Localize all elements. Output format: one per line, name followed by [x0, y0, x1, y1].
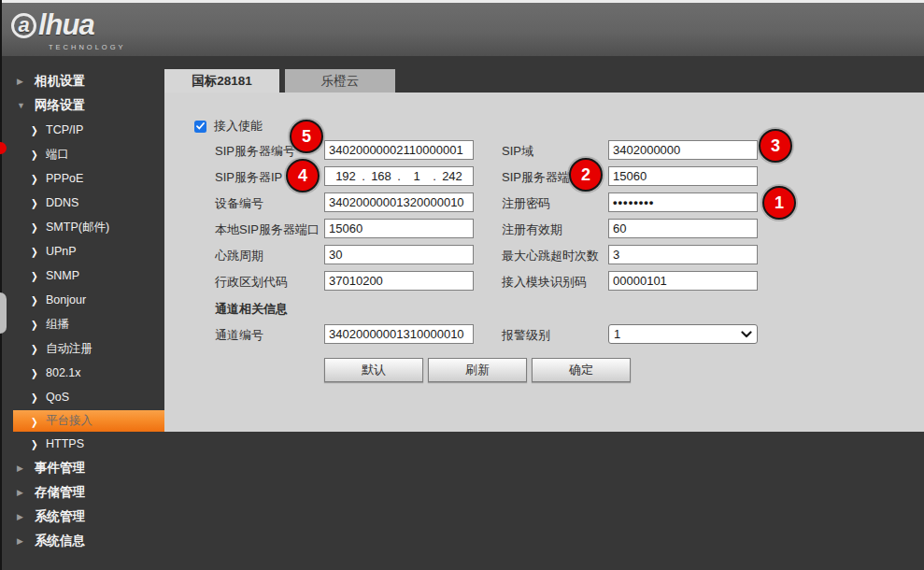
sidebar-collapse-handle[interactable] [0, 292, 7, 334]
access-module-id-label: 接入模块识别码 [502, 274, 587, 291]
ip-octet-1[interactable]: 192 [331, 169, 361, 183]
enable-access-row: 接入使能 [194, 118, 263, 135]
chevron-right-icon: ❯ [31, 367, 39, 378]
sidebar-item-port[interactable]: ❯ 端口 [2, 142, 164, 166]
dahua-logo-text: lhua [38, 8, 94, 42]
tab-lechengyun[interactable]: 乐橙云 [285, 69, 395, 93]
confirm-button[interactable]: 确定 [532, 358, 631, 382]
sidebar-item-label: TCP/IP [46, 123, 83, 136]
sidebar-item-label: 系统管理 [35, 508, 85, 525]
sidebar-item-ddns[interactable]: ❯ DDNS [2, 191, 164, 215]
admin-region-code-input[interactable] [324, 271, 474, 291]
sidebar-item-auto-register[interactable]: ❯ 自动注册 [2, 336, 164, 361]
chevron-right-icon: ❯ [31, 319, 39, 330]
alarm-level-value: 1 [614, 327, 741, 341]
local-sip-port-input[interactable] [324, 219, 474, 238]
sip-server-id-label: SIP服务器编号 [215, 143, 295, 160]
channel-id-input[interactable] [324, 324, 474, 344]
heartbeat-period-input[interactable] [324, 245, 474, 264]
sidebar-item-label: DDNS [46, 196, 78, 209]
sidebar-item-label: 相机设置 [35, 73, 85, 90]
sidebar-item-system-management[interactable]: ▶ 系统管理 [2, 505, 164, 529]
sidebar-item-storage-management[interactable]: ▶ 存储管理 [2, 480, 164, 505]
alarm-level-select[interactable]: 1 [608, 324, 758, 344]
register-validity-input[interactable] [608, 219, 758, 238]
sip-domain-input[interactable] [608, 140, 758, 160]
chevron-right-icon: ❯ [31, 294, 39, 306]
sidebar-item-label: 自动注册 [46, 341, 92, 357]
default-button[interactable]: 默认 [324, 358, 423, 382]
sidebar-item-label: 网络设置 [35, 97, 85, 114]
enable-access-checkbox[interactable] [194, 121, 206, 133]
sidebar-item-platform-access[interactable]: ❯ 平台接入 [13, 410, 164, 432]
device-id-input[interactable] [324, 192, 474, 212]
window-left-edge [0, 0, 2, 570]
sidebar-item-label: Bonjour [46, 293, 86, 306]
sip-server-port-input[interactable] [608, 166, 758, 186]
chevron-right-icon: ❯ [31, 416, 39, 427]
sidebar-item-snmp[interactable]: ❯ SNMP [2, 264, 164, 288]
dahua-web-config-window: a lhua TECHNOLOGY ▶ 相机设置 ▼ 网络设置 ❯ TCP/IP… [0, 0, 924, 570]
sidebar-item-8021x[interactable]: ❯ 802.1x [2, 361, 164, 385]
collapsed-arrow-icon: ▶ [17, 512, 29, 521]
alarm-level-label: 报警级别 [502, 327, 550, 344]
sidebar-item-smtp[interactable]: ❯ SMTP(邮件) [2, 215, 164, 239]
refresh-button[interactable]: 刷新 [428, 358, 527, 382]
sidebar-item-label: 端口 [46, 147, 69, 163]
chevron-down-icon [741, 331, 752, 338]
dahua-logo-wordmark: a lhua [11, 9, 170, 41]
sidebar-item-system-info[interactable]: ▶ 系统信息 [2, 529, 164, 553]
dahua-logo-subtitle: TECHNOLOGY [49, 43, 170, 51]
access-module-id-input[interactable] [608, 271, 758, 291]
sidebar-item-pppoe[interactable]: ❯ PPPoE [2, 166, 164, 191]
register-password-input[interactable] [608, 192, 758, 212]
header-bar: a lhua TECHNOLOGY [0, 3, 924, 56]
chevron-right-icon: ❯ [31, 343, 39, 354]
sidebar-item-label: 存储管理 [35, 484, 85, 501]
sidebar-item-label: 平台接入 [46, 413, 92, 429]
sip-server-id-input[interactable] [324, 140, 474, 160]
expanded-arrow-icon: ▼ [17, 101, 29, 110]
sip-server-ip-label: SIP服务器IP [215, 169, 282, 186]
chevron-right-icon: ❯ [31, 438, 39, 449]
sidebar-item-camera-settings[interactable]: ▶ 相机设置 [2, 69, 164, 93]
sidebar-item-tcpip[interactable]: ❯ TCP/IP [2, 118, 164, 142]
sidebar-item-label: HTTPS [46, 437, 84, 450]
sidebar-item-event-management[interactable]: ▶ 事件管理 [2, 456, 164, 480]
sidebar-item-upnp[interactable]: ❯ UPnP [2, 239, 164, 264]
heartbeat-period-label: 心跳周期 [215, 248, 263, 264]
annotation-circle-4: 4 [286, 159, 320, 192]
sidebar-item-network-settings[interactable]: ▼ 网络设置 [2, 93, 164, 118]
ip-octet-2[interactable]: 168 [366, 169, 396, 183]
annotation-circle-3: 3 [759, 129, 792, 163]
sip-server-ip-input[interactable]: 192 . 168 . 1 . 242 [324, 166, 474, 186]
sidebar-item-https[interactable]: ❯ HTTPS [2, 432, 164, 456]
device-id-label: 设备编号 [215, 195, 263, 212]
chevron-right-icon: ❯ [31, 197, 39, 208]
tab-gb28181[interactable]: 国标28181 [164, 69, 279, 93]
sidebar-item-qos[interactable]: ❯ QoS [2, 385, 164, 409]
collapsed-arrow-icon: ▶ [17, 536, 29, 546]
sidebar-item-label: SMTP(邮件) [46, 220, 109, 235]
register-password-label: 注册密码 [502, 195, 550, 212]
ip-octet-4[interactable]: 242 [437, 169, 467, 183]
dahua-logo-a-icon: a [11, 13, 36, 38]
sidebar-item-label: 系统信息 [35, 533, 85, 549]
chevron-right-icon: ❯ [31, 270, 39, 281]
chevron-right-icon: ❯ [31, 392, 39, 403]
checkmark-icon [196, 122, 205, 130]
sidebar-item-bonjour[interactable]: ❯ Bonjour [2, 288, 164, 312]
dahua-logo: a lhua TECHNOLOGY [11, 9, 170, 54]
sidebar-item-label: UPnP [46, 245, 77, 258]
enable-access-label: 接入使能 [214, 118, 263, 135]
ip-octet-3[interactable]: 1 [402, 169, 432, 183]
sidebar-item-label: PPPoE [46, 172, 83, 185]
collapsed-arrow-icon: ▶ [17, 77, 29, 86]
max-heartbeat-timeout-input[interactable] [608, 245, 758, 264]
sidebar-item-label: 802.1x [46, 366, 81, 379]
local-sip-port-label: 本地SIP服务器端口 [215, 221, 320, 238]
chevron-right-icon: ❯ [31, 173, 39, 184]
collapsed-arrow-icon: ▶ [17, 463, 29, 473]
chevron-right-icon: ❯ [31, 246, 39, 257]
sidebar-item-multicast[interactable]: ❯ 组播 [2, 312, 164, 336]
